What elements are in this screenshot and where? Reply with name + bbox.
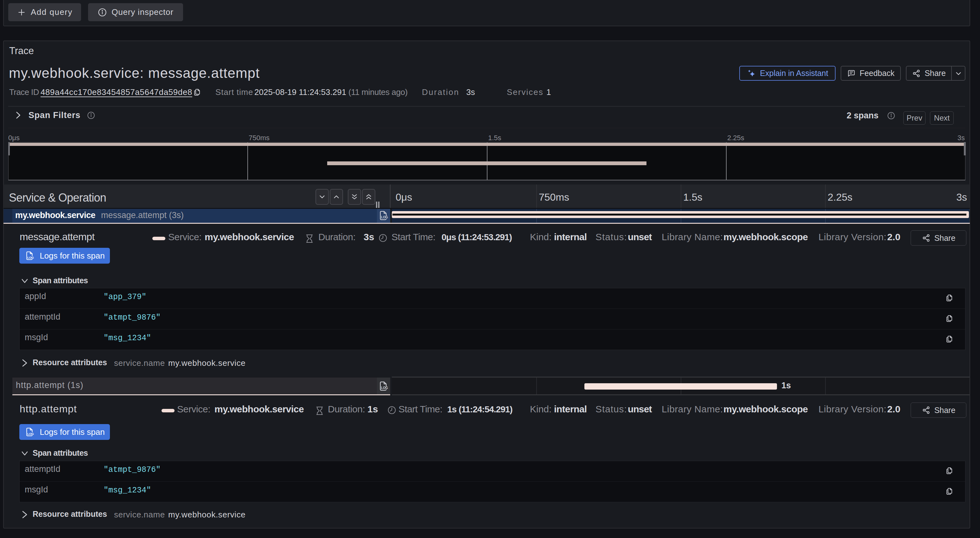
svg-text:LOG: LOG: [381, 216, 388, 219]
svg-text:LOG: LOG: [381, 386, 388, 390]
svg-text:LOG: LOG: [27, 256, 34, 259]
svg-text:LOG: LOG: [27, 432, 34, 435]
